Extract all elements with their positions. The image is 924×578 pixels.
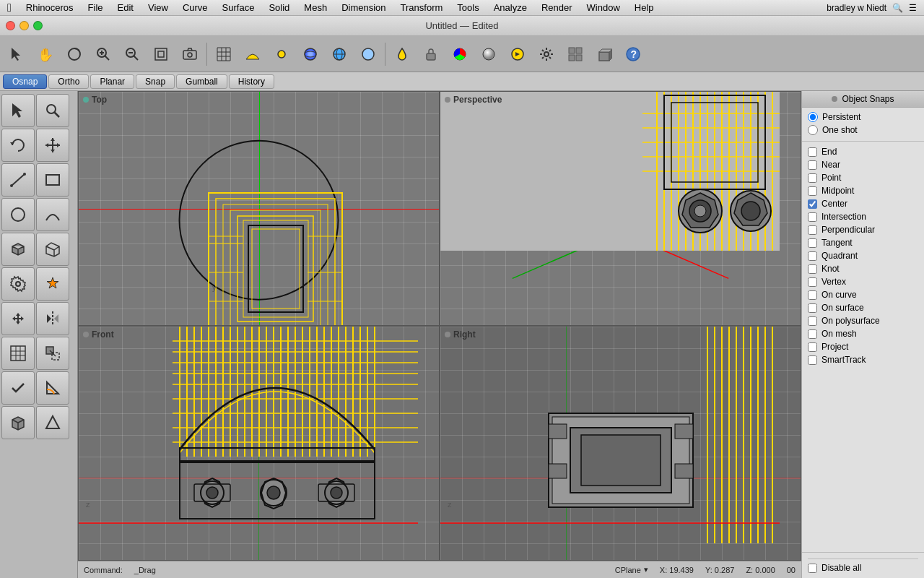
snap-vertex[interactable]: Vertex: [808, 276, 918, 288]
snap-perpendicular[interactable]: Perpendicular: [808, 224, 918, 236]
snap-button[interactable]: Snap: [136, 74, 175, 89]
menu-solid[interactable]: Solid: [261, 2, 297, 13]
toolbar-mesh[interactable]: [210, 40, 237, 68]
tool-circle[interactable]: [1, 198, 35, 231]
snap-near[interactable]: Near: [808, 159, 918, 171]
ortho-button[interactable]: Ortho: [48, 74, 89, 89]
tool-extrude-left[interactable]: [36, 233, 69, 266]
menu-file[interactable]: File: [81, 2, 110, 13]
viewport-top[interactable]: x y Top: [78, 91, 440, 326]
snap-smarttrack[interactable]: SmartTrack: [808, 354, 918, 366]
tool-check[interactable]: [1, 371, 35, 405]
toolbar-settings[interactable]: [533, 40, 560, 68]
viewport-perspective[interactable]: Perspective: [440, 91, 801, 326]
viewport-top-svg: x y: [79, 92, 439, 325]
snap-knot[interactable]: Knot: [808, 263, 918, 275]
tool-select-arrow[interactable]: [1, 94, 35, 127]
snap-end[interactable]: End: [808, 146, 918, 158]
tool-pan[interactable]: [36, 129, 69, 162]
menu-render[interactable]: Render: [534, 2, 580, 13]
toolbar-pan[interactable]: ✋: [32, 40, 59, 68]
toolbar-sphere[interactable]: [297, 40, 324, 68]
tool-transform[interactable]: [36, 337, 69, 370]
tool-line[interactable]: [1, 163, 35, 197]
toolbar-zoom[interactable]: [90, 40, 117, 68]
menu-help[interactable]: Help: [627, 2, 661, 13]
toolbar-lock[interactable]: [417, 40, 445, 68]
menu-analyze[interactable]: Analyze: [487, 2, 534, 13]
close-button[interactable]: [6, 21, 15, 30]
toolbar-array[interactable]: [562, 40, 589, 68]
snap-on-surface[interactable]: On surface: [808, 302, 918, 314]
menu-window[interactable]: Window: [580, 2, 627, 13]
apple-menu[interactable]: : [0, 1, 19, 14]
snap-center[interactable]: Center: [808, 198, 918, 210]
viewport-front[interactable]: x z Front: [78, 326, 440, 561]
snap-persistent[interactable]: Persistent: [808, 112, 918, 122]
tool-arc[interactable]: [36, 198, 69, 231]
snap-oneshot[interactable]: One shot: [808, 125, 918, 135]
toolbar-color[interactable]: [446, 40, 474, 68]
toolbar-surface2[interactable]: [354, 40, 382, 68]
toolbar-point[interactable]: [268, 40, 295, 68]
toolbar-help[interactable]: ?: [619, 40, 647, 68]
menu-transform[interactable]: Transform: [393, 2, 450, 13]
viewport-and-panels: x y Top: [78, 91, 801, 578]
toolbar-material[interactable]: [475, 40, 502, 68]
search-icon[interactable]: 🔍: [892, 3, 903, 13]
toolbar-select[interactable]: [3, 40, 30, 68]
snap-point[interactable]: Point: [808, 172, 918, 184]
toolbar-zoom-extent[interactable]: [147, 40, 175, 68]
snap-on-polysurface[interactable]: On polysurface: [808, 315, 918, 327]
snap-intersection[interactable]: Intersection: [808, 211, 918, 223]
menu-dimension[interactable]: Dimension: [334, 2, 393, 13]
snap-project[interactable]: Project: [808, 341, 918, 353]
snap-divider: [802, 141, 924, 142]
snap-disable-all[interactable]: Disable all: [808, 562, 918, 574]
planar-button[interactable]: Planar: [90, 74, 134, 89]
svg-line-33: [54, 112, 59, 117]
tool-magnifier[interactable]: [36, 94, 69, 127]
snap-on-curve[interactable]: On curve: [808, 289, 918, 301]
menu-edit[interactable]: Edit: [110, 2, 141, 13]
menu-rhinoceros[interactable]: Rhinoceros: [19, 2, 81, 13]
snap-quadrant[interactable]: Quadrant: [808, 250, 918, 262]
toolbar-extrude[interactable]: [590, 40, 618, 68]
tool-star[interactable]: [36, 267, 69, 301]
history-button[interactable]: History: [229, 74, 274, 89]
toolbar-rotate[interactable]: [61, 40, 88, 68]
svg-rect-172: [581, 435, 661, 486]
menu-surface[interactable]: Surface: [215, 2, 262, 13]
snap-tangent[interactable]: Tangent: [808, 237, 918, 249]
viewport-right[interactable]: y z Right: [440, 326, 801, 561]
toolbar-render[interactable]: [504, 40, 531, 68]
maximize-button[interactable]: [33, 21, 43, 30]
gumball-button[interactable]: Gumball: [176, 74, 227, 89]
snap-on-mesh[interactable]: On mesh: [808, 328, 918, 340]
menu-mesh[interactable]: Mesh: [297, 2, 334, 13]
menu-curve[interactable]: Curve: [175, 2, 215, 13]
toolbar-camera[interactable]: [176, 40, 204, 68]
menu-tools[interactable]: Tools: [450, 2, 486, 13]
toolbar-surface[interactable]: [239, 40, 266, 68]
tool-move[interactable]: [1, 302, 35, 335]
minimize-button[interactable]: [19, 21, 29, 30]
tool-angle[interactable]: [36, 371, 69, 405]
snap-midpoint[interactable]: Midpoint: [808, 185, 918, 197]
menu-view[interactable]: View: [141, 2, 175, 13]
tool-gear[interactable]: [1, 267, 35, 301]
tool-3d-box[interactable]: [1, 406, 35, 439]
tool-triangle[interactable]: [36, 406, 69, 439]
toolbar-globe[interactable]: [326, 40, 353, 68]
osnap-button[interactable]: Osnap: [3, 74, 47, 89]
menu-extras-icon[interactable]: ☰: [909, 3, 917, 13]
tool-grid[interactable]: [1, 337, 35, 370]
tool-rectangle[interactable]: [36, 163, 69, 197]
tool-rotate-view[interactable]: [1, 129, 35, 162]
svg-point-145: [206, 487, 218, 499]
tool-mirror[interactable]: [36, 302, 69, 335]
toolbar-drip[interactable]: [388, 40, 416, 68]
tool-box[interactable]: [1, 233, 35, 266]
toolbar-zoom-out[interactable]: [118, 40, 146, 68]
cplane-selector[interactable]: CPlane ▾: [615, 565, 648, 574]
